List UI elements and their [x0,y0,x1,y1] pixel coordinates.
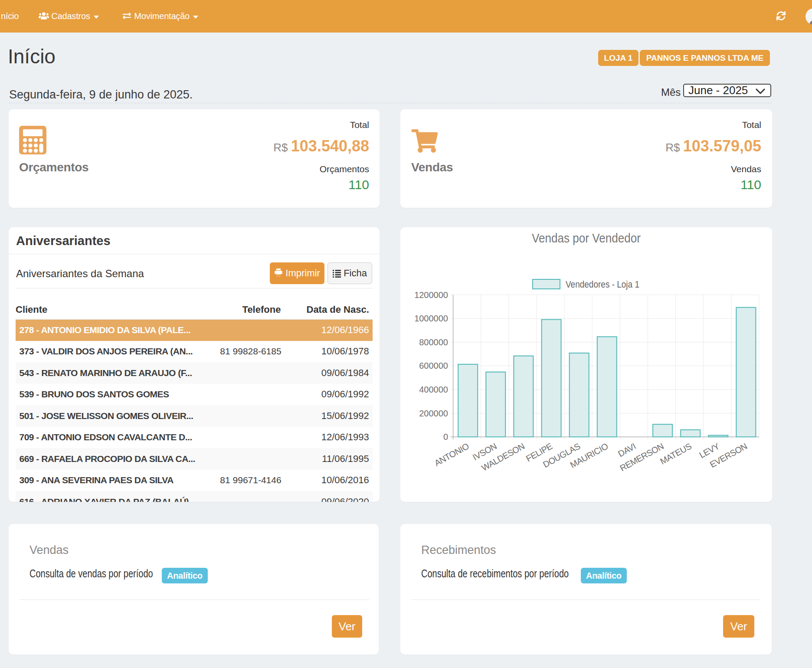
svg-text:Vendedores - Loja 1: Vendedores - Loja 1 [566,279,639,290]
svg-text:1000000: 1000000 [414,314,448,323]
svg-text:ANTONIO: ANTONIO [433,441,471,468]
svg-text:800000: 800000 [419,337,448,347]
svg-text:1200000: 1200000 [414,290,448,300]
svg-text:400000: 400000 [419,385,448,394]
svg-text:200000: 200000 [419,409,448,418]
svg-text:MATEUS: MATEUS [658,441,693,466]
svg-text:0: 0 [443,432,448,442]
svg-text:600000: 600000 [419,361,448,370]
